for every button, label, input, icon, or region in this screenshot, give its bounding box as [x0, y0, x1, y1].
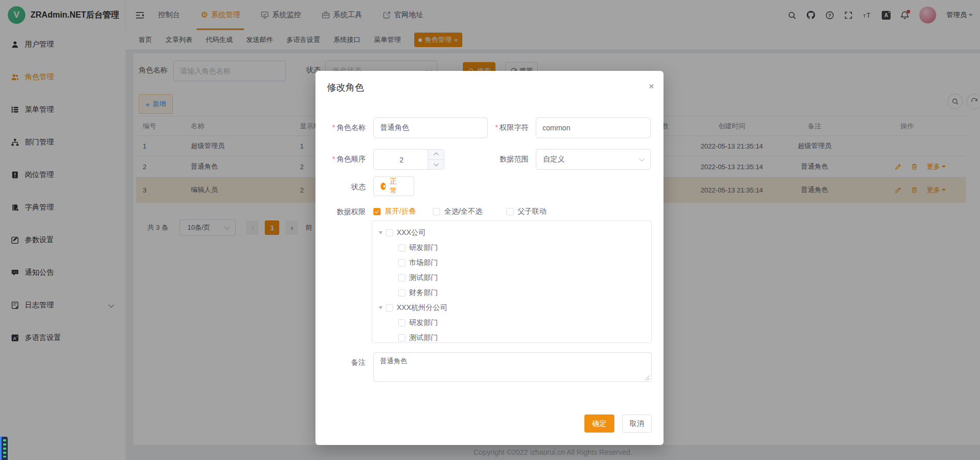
checkbox-icon[interactable]	[398, 259, 405, 266]
tree-node-label: 测试部门	[409, 273, 438, 283]
checkbox-icon[interactable]	[398, 274, 405, 281]
cancel-button[interactable]: 取消	[622, 414, 652, 433]
tree-node-dept[interactable]: 研发部门	[372, 315, 651, 330]
label-text: 数据权限	[337, 207, 366, 216]
tree-node-dept[interactable]: 财务部门	[372, 285, 651, 300]
required-asterisk: *	[495, 123, 498, 131]
tree-node-label: 测试部门	[409, 333, 438, 343]
tree-node-company[interactable]: XXX公司	[372, 225, 651, 240]
checkbox-icon	[506, 208, 514, 215]
tree-node-label: 研发部门	[409, 318, 438, 328]
checkbox-icon[interactable]	[398, 244, 405, 251]
radio-label: 正常	[390, 177, 399, 196]
checkbox-expand-collapse[interactable]: 展开/折叠	[373, 207, 416, 216]
label-text: 数据范围	[500, 155, 529, 163]
role-order-input[interactable]	[374, 150, 429, 170]
expand-caret-icon[interactable]	[379, 306, 383, 311]
label-text: 权限字符	[500, 123, 529, 131]
radio-normal[interactable]: 正常	[373, 176, 414, 196]
app-screen: V ZRAdmin.NET后台管理 控制台 ⚙ 系统管理 系统监控	[0, 0, 980, 460]
data-scope-select[interactable]: 自定义	[536, 149, 651, 170]
dialog-title: 修改角色	[327, 81, 364, 94]
tree-node-dept[interactable]: 研发部门	[372, 240, 651, 255]
close-icon[interactable]: ×	[649, 81, 654, 91]
remark-field-label: 备注	[326, 358, 366, 367]
label-text: 角色名称	[337, 123, 366, 131]
role-order-field-label: *角色顺序	[326, 155, 366, 164]
edit-role-dialog: 修改角色 × *角色名称 *权限字符 *角色顺序 数据范围 自定义 状态 正常 …	[315, 71, 664, 445]
tree-node-label: 研发部门	[409, 243, 438, 253]
checkbox-icon	[433, 208, 440, 215]
increase-button[interactable]	[428, 150, 444, 160]
checkbox-label: 父子联动	[518, 207, 547, 216]
department-tree: XXX公司 研发部门 市场部门 测试部门 财务部门 XXX杭州分公司	[372, 220, 652, 343]
perm-checkbox-group: 展开/折叠 全选/全不选 父子联动	[373, 207, 547, 216]
required-asterisk: *	[333, 155, 335, 163]
confirm-button[interactable]: 确定	[584, 414, 614, 433]
checkbox-select-all[interactable]: 全选/全不选	[433, 207, 483, 216]
tree-node-dept[interactable]: 测试部门	[372, 330, 651, 343]
checkbox-icon	[373, 208, 381, 215]
tree-node-label: 财务部门	[409, 288, 438, 298]
expand-caret-icon[interactable]	[379, 231, 383, 236]
required-asterisk: *	[333, 123, 335, 131]
tree-node-label: 市场部门	[409, 258, 438, 268]
decrease-button[interactable]	[428, 160, 444, 170]
checkbox-label: 展开/折叠	[385, 207, 416, 216]
role-order-stepper	[373, 149, 444, 170]
role-name-input[interactable]	[373, 117, 488, 138]
checkbox-icon[interactable]	[386, 304, 393, 311]
radio-icon	[381, 183, 386, 190]
data-perm-field-label: 数据权限	[326, 207, 366, 217]
perm-char-input[interactable]	[536, 117, 651, 138]
tree-node-dept[interactable]: 测试部门	[372, 270, 651, 285]
role-name-field-label: *角色名称	[326, 123, 366, 132]
tree-node-label: XXX公司	[397, 228, 426, 238]
status-radio-group: 正常 停用	[373, 182, 399, 191]
checkbox-label: 全选/全不选	[444, 207, 483, 216]
label-text: 状态	[351, 183, 366, 191]
corner-badge	[0, 437, 8, 460]
chevron-down-icon	[639, 156, 644, 161]
data-scope-value: 自定义	[543, 155, 565, 164]
data-scope-field-label: 数据范围	[492, 155, 529, 164]
checkbox-icon[interactable]	[398, 289, 405, 296]
perm-char-field-label: *权限字符	[492, 123, 529, 132]
checkbox-icon[interactable]	[398, 319, 405, 327]
label-text: 角色顺序	[337, 155, 366, 163]
label-text: 备注	[351, 358, 366, 366]
checkbox-icon[interactable]	[386, 229, 393, 236]
remark-textarea[interactable]: 普通角色	[373, 352, 652, 382]
checkbox-parent-child-link[interactable]: 父子联动	[506, 207, 547, 216]
tree-node-label: XXX杭州分公司	[397, 303, 447, 313]
checkbox-icon[interactable]	[398, 334, 405, 342]
tree-node-branch-company[interactable]: XXX杭州分公司	[372, 300, 651, 315]
tree-node-dept[interactable]: 市场部门	[372, 255, 651, 270]
status-field-label: 状态	[326, 183, 366, 192]
